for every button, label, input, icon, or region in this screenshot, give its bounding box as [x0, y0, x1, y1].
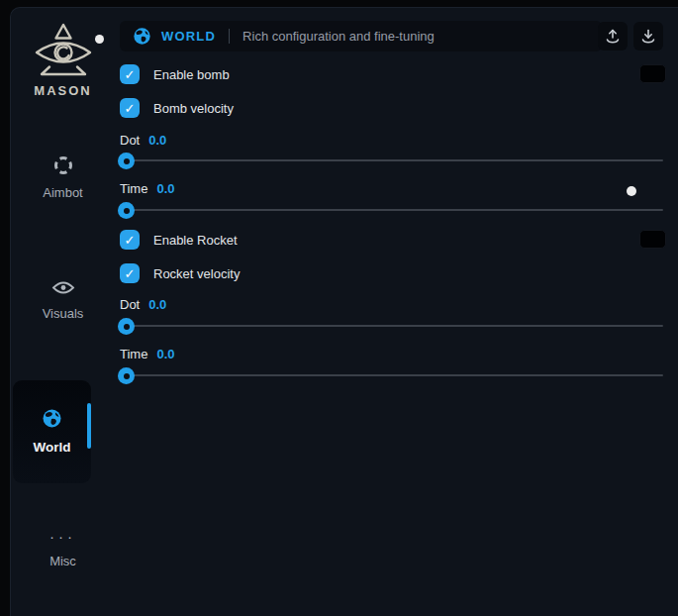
sidebar-item-world[interactable]: World	[13, 380, 91, 483]
bomb-color-swatch[interactable]	[639, 64, 666, 83]
slider-name: Dot	[120, 133, 140, 148]
rocket-time-slider-track[interactable]	[120, 374, 663, 376]
bomb-time-slider-track[interactable]	[120, 209, 663, 211]
rocket-velocity-checkbox[interactable]: ✓	[120, 263, 140, 283]
active-tab-indicator	[87, 403, 91, 449]
rocket-velocity-row: ✓ Rocket velocity	[120, 263, 240, 283]
page-header: WORLD Rich configuration and fine-tuning	[120, 21, 602, 51]
export-config-button[interactable]	[598, 22, 628, 51]
checkbox-label: Bomb velocity	[153, 101, 234, 116]
checkbox-label: Enable bomb	[153, 67, 230, 82]
download-icon	[639, 28, 657, 46]
rocket-time-slider-label: Time 0.0	[120, 346, 174, 361]
slider-value: 0.0	[148, 297, 166, 312]
crosshair-icon	[52, 154, 74, 176]
checkbox-label: Enable Rocket	[153, 233, 238, 248]
slider-value: 0.0	[156, 347, 174, 361]
sidebar-item-label: Aimbot	[11, 185, 115, 200]
check-icon: ✓	[125, 233, 136, 248]
rocket-dot-slider-label: Dot 0.0	[120, 296, 166, 312]
eye-icon	[51, 279, 75, 301]
globe-icon	[42, 415, 62, 432]
rocket-time-slider-thumb[interactable]	[118, 367, 135, 384]
rocket-dot-slider-thumb[interactable]	[118, 318, 135, 335]
upload-icon	[604, 28, 622, 46]
brand-name: MASON	[11, 83, 115, 98]
bomb-time-slider-label: Time 0.0	[120, 180, 174, 196]
slider-name: Time	[120, 347, 147, 361]
bomb-dot-slider-thumb[interactable]	[118, 153, 135, 169]
bomb-dot-slider-track[interactable]	[120, 159, 663, 161]
check-icon: ✓	[125, 67, 136, 82]
bomb-time-slider-thumb[interactable]	[118, 202, 135, 219]
enable-rocket-checkbox[interactable]: ✓	[120, 230, 140, 250]
mason-pyramid-eye-icon	[11, 22, 115, 79]
slider-value: 0.0	[156, 181, 174, 196]
header-divider	[229, 29, 230, 44]
bomb-velocity-row: ✓ Bomb velocity	[120, 98, 234, 118]
sidebar-item-misc[interactable]: ··· Misc	[11, 527, 115, 568]
slider-value: 0.0	[148, 133, 166, 148]
bomb-velocity-checkbox[interactable]: ✓	[120, 98, 140, 118]
page-title: WORLD	[161, 29, 216, 44]
checkbox-label: Rocket velocity	[153, 266, 240, 281]
sidebar: MASON Aimbot Visuals	[11, 8, 115, 616]
enable-bomb-checkbox[interactable]: ✓	[120, 64, 140, 84]
check-icon: ✓	[125, 266, 136, 281]
sidebar-item-visuals[interactable]: Visuals	[11, 279, 115, 321]
check-icon: ✓	[125, 101, 136, 116]
enable-bomb-row: ✓ Enable bomb	[120, 64, 230, 84]
rocket-color-swatch[interactable]	[639, 230, 666, 249]
import-config-button[interactable]	[633, 22, 663, 51]
ellipsis-icon: ···	[49, 527, 76, 549]
cursor-dot	[627, 186, 636, 196]
rocket-dot-slider-track[interactable]	[120, 325, 663, 327]
app-window: MASON Aimbot Visuals	[10, 7, 678, 616]
cursor-dot	[95, 35, 104, 44]
sidebar-item-aimbot[interactable]: Aimbot	[11, 154, 115, 200]
sidebar-item-label: World	[13, 440, 91, 455]
globe-icon	[133, 27, 151, 46]
sidebar-item-label: Visuals	[11, 306, 115, 321]
sidebar-item-label: Misc	[11, 554, 115, 568]
brand-logo: MASON	[11, 22, 115, 98]
bomb-dot-slider-label: Dot 0.0	[120, 132, 166, 148]
slider-name: Dot	[120, 297, 140, 312]
enable-rocket-row: ✓ Enable Rocket	[120, 230, 238, 250]
slider-name: Time	[120, 181, 147, 196]
page-subtitle: Rich configuration and fine-tuning	[242, 29, 435, 44]
